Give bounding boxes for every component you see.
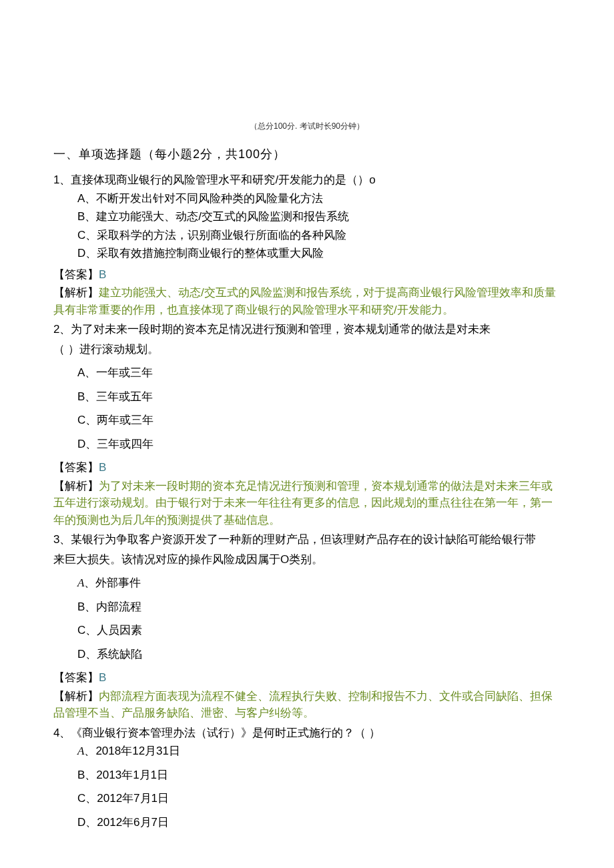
answer-label: 【答案】: [53, 461, 99, 474]
q2-option-d: D、三年或四年: [77, 436, 561, 453]
q2-explain-text: 为了对未来一段时期的资本充足情况进行预测和管理，资本规划通常的做法是对未来三年或…: [53, 480, 553, 526]
q1-option-c: C、采取科学的方法，识别商业银行所面临的各种风险: [77, 227, 561, 244]
q3-option-a: A、外部事件: [77, 574, 561, 592]
q3-option-d: D、系统缺陷: [77, 646, 561, 663]
q1-options: A、不断开发出针对不同风险种类的风险量化方法 B、建立功能强大、动态/交互式的风…: [53, 190, 561, 262]
q4-option-b: B、2013年1月1日: [77, 767, 561, 784]
q2-option-b: B、三年或五年: [77, 388, 561, 406]
q1-stem: 1、直接体现商业银行的风险管理水平和研究/开发能力的是（）o: [53, 171, 561, 189]
q3-a-letter: A: [77, 576, 84, 589]
q3-stem-line2: 来巨大损失。该情况对应的操作风险成因属于O类别。: [53, 551, 561, 568]
q3-answer-letter: B: [99, 671, 106, 684]
q4-option-a: A、2018年12月31日: [77, 743, 561, 760]
exam-info: （总分100分. 考试时长90分钟）: [53, 120, 561, 132]
q1-answer: 【答案】B: [53, 266, 561, 284]
explain-label: 【解析】: [53, 286, 99, 299]
q1-option-a: A、不断开发出针对不同风险种类的风险量化方法: [77, 190, 561, 207]
q1-explain-text: 建立功能强大、动态/交互式的风险监测和报告系统，对于提高商业银行风险管理效率和质…: [53, 286, 556, 316]
q3-option-c: C、人员因素: [77, 622, 561, 639]
q2-stem-line2: （ ）进行滚动规划。: [53, 341, 561, 358]
q4-stem: 4、《商业银行资本管理办法（试行）》是何时正式施行的？（ ）: [53, 725, 561, 742]
q3-a-rest: 、外部事件: [84, 576, 141, 589]
q4-option-c: C、2012年7月1日: [77, 790, 561, 807]
q2-option-a: A、一年或三年: [77, 364, 561, 382]
document-page: （总分100分. 考试时长90分钟） 一、单项选择题（每小题2分，共100分） …: [0, 0, 614, 868]
q2-answer-letter: B: [99, 461, 106, 474]
q2-options: A、一年或三年 B、三年或五年 C、两年或三年 D、三年或四年: [53, 364, 561, 452]
q4-option-d: D、2012年6月7日: [77, 814, 561, 831]
q3-answer: 【答案】B: [53, 669, 561, 687]
q4-options: A、2018年12月31日 B、2013年1月1日 C、2012年7月1日 D、…: [53, 743, 561, 831]
q1-answer-letter: B: [99, 268, 106, 281]
explain-label: 【解析】: [53, 480, 99, 492]
q1-option-d: D、采取有效措施控制商业银行的整体或重大风险: [77, 245, 561, 262]
q1-option-b: B、建立功能强大、动态/交互式的风险监测和报告系统: [77, 208, 561, 226]
q4-a-rest: 、2018年12月31日: [84, 745, 180, 757]
answer-label: 【答案】: [53, 268, 99, 281]
q2-stem-line1: 2、为了对未来一段时期的资本充足情况进行预测和管理，资本规划通常的做法是对未来: [53, 321, 561, 338]
answer-label: 【答案】: [53, 671, 99, 684]
q2-option-c: C、两年或三年: [77, 412, 561, 429]
q2-answer: 【答案】B: [53, 459, 561, 476]
q3-explain: 【解析】内部流程方面表现为流程不健全、流程执行失败、控制和报告不力、文件或合同缺…: [53, 688, 561, 722]
q3-option-b: B、内部流程: [77, 598, 561, 616]
q1-explain: 【解析】建立功能强大、动态/交互式的风险监测和报告系统，对于提高商业银行风险管理…: [53, 284, 561, 318]
q4-a-letter: A: [77, 745, 84, 757]
q2-explain: 【解析】为了对未来一段时期的资本充足情况进行预测和管理，资本规划通常的做法是对未…: [53, 478, 561, 529]
section-title: 一、单项选择题（每小题2分，共100分）: [53, 145, 561, 163]
q3-stem-line1: 3、某银行为争取客户资源开发了一种新的理财产品，但该理财产品存在的设计缺陷可能给…: [53, 531, 561, 548]
q3-explain-text: 内部流程方面表现为流程不健全、流程执行失败、控制和报告不力、文件或合同缺陷、担保…: [53, 690, 553, 720]
explain-label: 【解析】: [53, 690, 99, 703]
q3-options: A、外部事件 B、内部流程 C、人员因素 D、系统缺陷: [53, 574, 561, 663]
